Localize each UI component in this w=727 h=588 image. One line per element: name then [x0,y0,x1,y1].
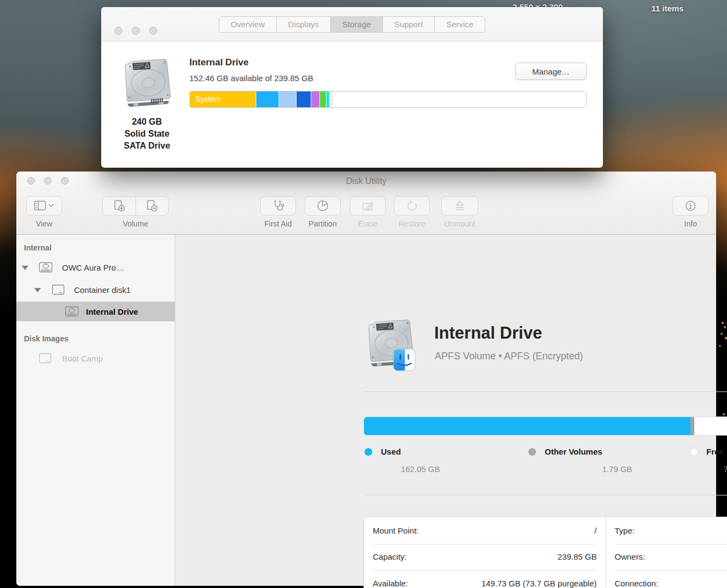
toolbar-partition[interactable]: Partition [305,196,341,228]
usage-other-volumes-segment [691,417,694,435]
sidebar-item-boot-camp[interactable]: Boot Camp [16,348,175,368]
restore-arrow-icon [405,199,418,212]
tab-overview[interactable]: Overview [219,17,277,32]
sidebar-section-internal: Internal [24,243,52,252]
storage-usage-bar: System [189,91,587,108]
volume-usage-bar [364,416,727,436]
legend-free: Free 76.03 GB [690,447,724,457]
other-volumes-dot-icon [528,448,536,456]
sidebar-item-label: OWC Aura Pro… [62,263,124,272]
info-label: Type: [615,526,635,535]
segment-free [334,91,586,107]
partition-button[interactable] [305,196,341,216]
finder-badge-icon [393,348,416,371]
remove-volume-button[interactable] [135,197,169,215]
segment-purgeable [330,91,334,107]
info-value: 239.85 GB [558,552,597,561]
container-icon [51,283,65,296]
eject-icon [454,199,466,212]
tab-service[interactable]: Service [435,17,485,32]
table-row: Connection: SATA [606,570,727,588]
desktop-items-count-label: 11 items [651,4,683,13]
toolbar-view[interactable]: View [26,196,62,228]
desktop: 2,550 × 2,300 11 items Overview Displays… [0,0,727,588]
window-controls [114,27,157,35]
toolbar-restore-label: Restore [394,219,430,228]
segment-system: System [190,91,256,107]
legend-used-value: 162.05 GB [401,464,440,474]
manage-button[interactable]: Manage… [515,63,587,80]
disk-utility-window: Disk Utility View [16,171,716,586]
first-aid-button[interactable] [260,196,296,216]
toolbar-info[interactable]: Info [673,196,708,228]
table-row: Available: 149.73 GB (73.7 GB purgeable) [364,570,606,588]
first-aid-stethoscope-icon [272,199,285,212]
add-volume-icon [112,199,126,212]
legend-used-label: Used [381,447,401,456]
sidebar-item-label: Boot Camp [62,354,103,363]
info-label: Available: [373,579,408,588]
divider [364,495,727,495]
drive-bus-label: SATA Drive [110,140,184,152]
table-row: Type: APFS Volume [606,517,727,544]
used-dot-icon [365,448,372,456]
toolbar-erase: Erase [350,196,386,228]
sidebar-view-icon [34,200,54,212]
drive-size-label: 240 GB [110,116,184,128]
table-row: Capacity: 239.85 GB [364,544,606,571]
about-this-mac-window: Overview Displays Storage Support Servic… [101,7,603,168]
info-button[interactable] [673,196,708,216]
about-window-titlebar[interactable]: Overview Displays Storage Support Servic… [101,7,603,41]
toolbar-view-label: View [26,219,62,228]
erase-pencil-icon [361,199,374,212]
chevron-down-icon [49,205,53,207]
about-tabbar: Overview Displays Storage Support Servic… [219,16,485,33]
hard-drive-icon [120,55,174,112]
zoom-button[interactable] [149,27,157,35]
restore-button[interactable] [394,196,430,216]
usage-free-segment [694,417,727,435]
table-row: Mount Point: / [364,517,606,544]
disk-image-icon [38,352,52,365]
disk-utility-main-pane: Internal Drive APFS Volume • APFS (Encry… [176,235,716,586]
toolbar-first-aid[interactable]: First Aid [260,196,296,228]
tab-displays[interactable]: Displays [276,17,331,32]
drive-type-label: Solid State [110,128,184,140]
disclosure-triangle-icon[interactable] [34,288,41,292]
disclosure-triangle-icon[interactable] [22,266,28,270]
disk-utility-titlebar-toolbar[interactable]: Disk Utility View [16,171,716,235]
info-table-left-column: Mount Point: / Capacity: 239.85 GB Avail… [364,517,606,588]
sidebar-item-owc-aura[interactable]: OWC Aura Pro… [16,258,175,277]
disk-icon [64,305,79,318]
toolbar-volume-label: Volume [102,219,169,228]
tab-support[interactable]: Support [383,17,435,32]
divider [364,391,727,392]
city-lights-decoration [717,318,718,320]
free-dot-icon [690,448,698,456]
toolbar-restore: Restore [394,196,430,228]
table-row: Owners: Enabled [606,544,727,571]
unmount-button[interactable] [441,196,478,216]
toolbar-unmount: Unmount [441,196,478,228]
segment-system-label: System [190,95,221,103]
info-label: Owners: [615,552,645,561]
usage-used-segment [364,417,691,435]
availability-text: 152.46 GB available of 239.85 GB [189,74,313,83]
sidebar-item-container-disk1[interactable]: Container disk1 [16,280,175,299]
segment-green [320,91,326,107]
close-button[interactable] [114,27,122,35]
view-button[interactable] [26,196,62,216]
info-icon [684,199,697,212]
sidebar-item-internal-drive[interactable]: Internal Drive [16,302,175,321]
add-volume-button[interactable] [103,197,135,215]
toolbar-unmount-label: Unmount [441,219,478,228]
info-label: Connection: [615,579,658,588]
window-title: Disk Utility [16,176,716,186]
disk-icon [38,261,53,274]
segment-cyan [256,91,279,107]
sidebar-item-label: Container disk1 [74,285,131,295]
toolbar-partition-label: Partition [305,219,341,228]
tab-storage[interactable]: Storage [331,17,383,32]
minimize-button[interactable] [132,27,140,35]
erase-button[interactable] [350,196,386,216]
